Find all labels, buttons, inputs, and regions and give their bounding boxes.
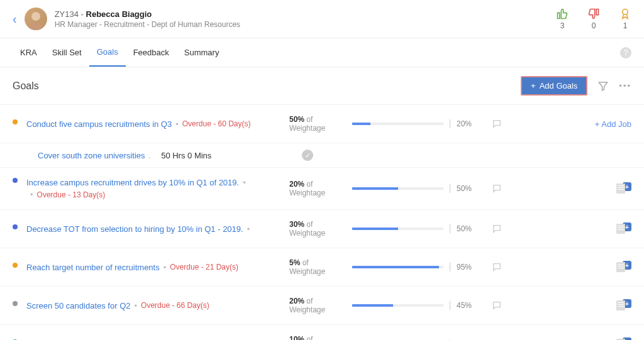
add-goals-label: Add Goals	[540, 81, 578, 90]
goal-title[interactable]: Screen 50 candidates for Q2	[26, 301, 131, 310]
overdue-label: Overdue - 13 Day(s)	[37, 190, 106, 199]
comment-icon[interactable]	[478, 262, 516, 272]
user-id: ZY134	[55, 9, 79, 19]
award-stat[interactable]: 1	[619, 8, 631, 30]
progress: 50%	[352, 184, 478, 193]
svg-point-0	[31, 12, 40, 21]
user-name: Rebecca Biaggio	[86, 9, 152, 19]
status-bullet	[13, 178, 18, 183]
goal-title[interactable]: Increase campus recruitment drives by 10…	[26, 178, 239, 187]
user-info: ZY134 - Rebecca Biaggio HR Manager - Rec…	[55, 9, 240, 29]
avatar[interactable]	[25, 8, 47, 30]
check-icon[interactable]: ✓	[302, 150, 313, 161]
back-button[interactable]: ‹	[13, 12, 17, 26]
tab-kra[interactable]: KRA	[13, 39, 45, 66]
add-job-link[interactable]: + Add Job	[595, 119, 631, 129]
tabs: KRA Skill Set Goals Feedback Summary ?	[0, 38, 644, 67]
thumbs-down-count: 0	[592, 21, 596, 30]
goal-title[interactable]: Reach target number of recruitments	[26, 263, 160, 272]
overdue-label: Overdue - 66 Day(s)	[141, 301, 209, 310]
add-document-button[interactable]: +	[616, 300, 631, 310]
status-bullet	[13, 119, 18, 124]
tab-summary[interactable]: Summary	[177, 39, 227, 66]
goal-title[interactable]: Decrease TOT from selection to hiring by…	[26, 224, 243, 234]
goal-row: Increase campus recruitment drives by 10…	[0, 168, 644, 210]
filter-icon[interactable]	[597, 80, 609, 92]
page-head: Goals + Add Goals •••	[0, 67, 644, 105]
weightage: 30% ofWeightage	[289, 220, 352, 238]
thumbs-down-icon	[587, 8, 600, 20]
progress: 95%	[352, 263, 478, 271]
goals-list: Conduct five campus recruitments in Q3•O…	[0, 105, 644, 340]
comment-icon[interactable]	[478, 119, 516, 129]
award-icon	[619, 8, 631, 20]
progress: 20%	[352, 119, 478, 128]
goal-row: Decrease TOT from selection to hiring by…	[0, 210, 644, 248]
thumbs-up-count: 3	[560, 21, 565, 30]
status-bullet	[13, 263, 18, 268]
progress-bar[interactable]	[352, 266, 443, 268]
weightage: 5% ofWeightage	[289, 258, 352, 276]
subgoal-title[interactable]: Cover south zone universities	[38, 151, 145, 160]
overdue-label: Overdue - 60 Day(s)	[182, 119, 251, 128]
add-goals-button[interactable]: + Add Goals	[521, 76, 587, 96]
status-bullet	[13, 301, 18, 306]
thumbs-up-icon	[556, 8, 569, 20]
weightage: 20% ofWeightage	[289, 297, 352, 314]
subgoal-time: 50 Hrs 0 Mins	[161, 151, 211, 160]
goal-title[interactable]: Conduct five campus recruitments in Q3	[26, 119, 172, 129]
progress-percent: 20%	[457, 119, 478, 128]
goal-row: Screen 50 candidates for Q2•Overdue - 66…	[0, 287, 644, 325]
progress-percent: 50%	[457, 224, 478, 233]
page-title: Goals	[13, 80, 39, 92]
progress: 50%	[352, 224, 478, 233]
status-bullet	[13, 224, 18, 229]
progress-percent: 95%	[457, 263, 478, 271]
comment-icon[interactable]	[478, 184, 516, 194]
goal-row: Conduct five campus recruitments in Q3•O…	[0, 105, 644, 143]
more-icon[interactable]: •••	[619, 81, 631, 90]
tab-skill-set[interactable]: Skill Set	[45, 39, 89, 66]
add-document-button[interactable]: +	[616, 224, 631, 234]
plus-icon: +	[531, 81, 536, 90]
weightage: 10% ofWeightage	[289, 335, 352, 340]
comment-icon[interactable]	[478, 300, 516, 310]
award-count: 1	[623, 21, 628, 30]
progress-percent: 45%	[457, 301, 478, 310]
help-icon[interactable]: ?	[620, 47, 631, 58]
progress-bar[interactable]	[352, 123, 443, 125]
goal-row: Reach target number of recruitments•Over…	[0, 248, 644, 287]
progress: 45%	[352, 301, 478, 310]
thumbs-up-stat[interactable]: 3	[556, 8, 569, 30]
goal-row: Reply to pending requests•10% ofWeightag…	[0, 325, 644, 340]
tab-feedback[interactable]: Feedback	[126, 39, 177, 66]
progress-bar[interactable]	[352, 228, 443, 230]
add-document-button[interactable]: +	[616, 262, 631, 272]
header: ‹ ZY134 - Rebecca Biaggio HR Manager - R…	[0, 0, 644, 38]
comment-icon[interactable]	[478, 224, 516, 234]
svg-point-1	[623, 9, 628, 14]
progress-percent: 50%	[457, 184, 478, 193]
add-document-button[interactable]: +	[616, 184, 631, 194]
weightage: 50% ofWeightage	[289, 115, 352, 133]
progress-bar[interactable]	[352, 187, 443, 190]
progress-bar[interactable]	[352, 304, 443, 307]
tab-goals[interactable]: Goals	[89, 38, 126, 67]
weightage: 20% ofWeightage	[289, 180, 352, 197]
user-title: HR Manager - Recruitment - Dept of Human…	[55, 20, 240, 29]
thumbs-down-stat[interactable]: 0	[587, 8, 600, 30]
goal-row: Cover south zone universities.50 Hrs 0 M…	[0, 143, 644, 168]
overdue-label: Overdue - 21 Day(s)	[170, 263, 238, 271]
